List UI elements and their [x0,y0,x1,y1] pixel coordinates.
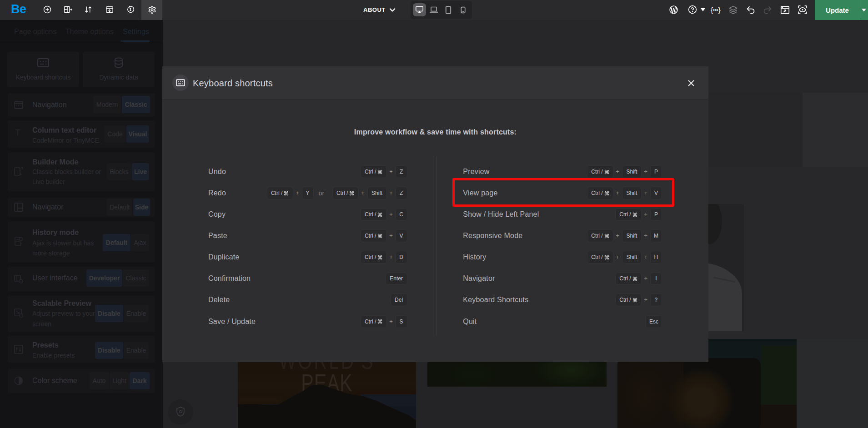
svg-text:G: G [179,409,182,414]
